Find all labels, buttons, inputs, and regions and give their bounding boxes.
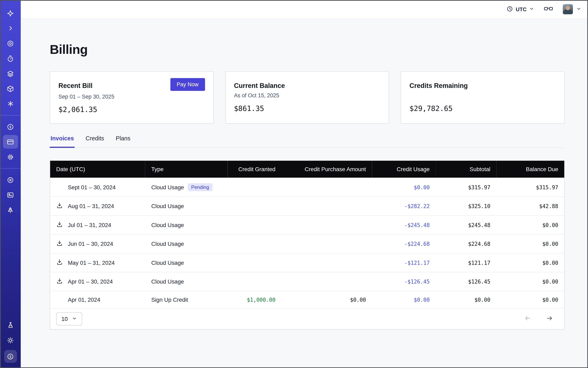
sidebar-item-usage[interactable]: $ <box>3 119 18 134</box>
invoices-table: Date (UTC) Type Credit Granted Credit Pu… <box>50 160 565 330</box>
credit-purchase <box>281 178 372 197</box>
column-header-subtotal: Subtotal <box>436 161 497 178</box>
dollar-circle-icon: $ <box>7 123 14 130</box>
chevron-down-icon <box>72 316 77 322</box>
balance-due: $0.00 <box>497 216 564 234</box>
credit-granted <box>227 197 281 215</box>
arrow-right-icon <box>545 316 554 322</box>
sidebar-item-settings[interactable] <box>3 149 18 165</box>
main-content: Billing Recent Bill Pay Now Sep 01 – Sep… <box>21 19 588 368</box>
subtotal: $0.00 <box>436 291 497 308</box>
download-invoice-button[interactable] <box>56 240 63 248</box>
credit-purchase <box>281 272 372 291</box>
cube-icon <box>7 85 14 92</box>
balance-due: $315.97 <box>497 178 564 197</box>
sidebar-item-asterisk[interactable] <box>3 96 18 111</box>
user-menu[interactable] <box>563 4 581 14</box>
recent-bill-card: Recent Bill Pay Now Sep 01 – Sep 30, 202… <box>50 71 214 124</box>
current-balance-card: Current Balance As of Oct 15, 2025 $861.… <box>225 71 389 124</box>
sidebar-item-launch[interactable] <box>3 202 18 218</box>
gear-icon <box>7 153 14 161</box>
reader-mode-button[interactable] <box>544 6 553 13</box>
credit-granted <box>227 234 281 253</box>
tab-plans[interactable]: Plans <box>115 135 131 147</box>
table-row: Jun 01 – 30, 2024 Cloud Usage -$224.68 $… <box>50 234 564 253</box>
sidebar-item-billing[interactable] <box>3 135 18 149</box>
invoice-date: Jun 01 – 30, 2024 <box>68 240 113 247</box>
card-subtitle: As of Oct 15, 2025 <box>234 92 380 99</box>
credit-granted <box>227 178 281 197</box>
balance-due: $0.00 <box>497 253 564 272</box>
table-footer: 10 <box>50 308 564 329</box>
asterisk-icon <box>7 100 14 107</box>
sidebar-item-theme[interactable] <box>3 333 18 348</box>
download-invoice-button[interactable] <box>56 221 63 229</box>
invoice-type: Cloud Usage <box>151 259 184 266</box>
sidebar-divider <box>0 168 21 169</box>
svg-text:$: $ <box>9 354 11 359</box>
page-title: Billing <box>50 42 565 57</box>
credit-purchase <box>281 234 372 253</box>
table-row: Sept 01 – 30, 2024 Cloud UsagePending $0… <box>50 178 564 197</box>
credit-usage: -$282.22 <box>372 197 436 215</box>
card-title: Recent Bill <box>59 78 92 90</box>
sidebar-item-console[interactable] <box>3 187 18 202</box>
download-invoice-button[interactable] <box>56 278 63 285</box>
download-invoice-button[interactable] <box>56 202 63 210</box>
card-subtitle: Sep 01 – Sep 30, 2025 <box>59 93 205 100</box>
invoice-date: Apr 01 – 30, 2024 <box>68 278 113 285</box>
download-invoice-button[interactable] <box>56 259 63 267</box>
column-header-type: Type <box>145 161 227 178</box>
status-badge: Pending <box>188 183 212 191</box>
sidebar-item-labs[interactable] <box>3 318 18 333</box>
credit-usage: -$224.68 <box>372 234 436 253</box>
invoice-type: Sign Up Credit <box>151 296 188 303</box>
next-page-button[interactable] <box>545 315 554 323</box>
chevron-down-icon <box>529 6 534 12</box>
table-row: Apr 01 – 30, 2024 Cloud Usage -$126.45 $… <box>50 272 564 291</box>
page-size-select[interactable]: 10 <box>56 312 82 326</box>
table-row: Jul 01 – 31, 2024 Cloud Usage -$245.48 $… <box>50 216 564 234</box>
sidebar-item-support[interactable] <box>3 172 18 187</box>
invoice-date: Apr 01, 2024 <box>68 296 100 303</box>
column-header-credit-usage: Credit Usage <box>372 161 436 178</box>
sidebar-item-stopwatch[interactable] <box>3 51 18 66</box>
credit-granted <box>227 216 281 234</box>
glasses-icon <box>544 6 553 13</box>
sidebar-item-credits[interactable]: $ <box>4 350 17 363</box>
invoice-type: Cloud Usage <box>151 222 184 228</box>
card-title: Credits Remaining <box>409 78 468 90</box>
image-monitor-icon <box>7 191 14 199</box>
sidebar-item-layers[interactable] <box>3 66 18 81</box>
sidebar-logo[interactable] <box>3 6 18 21</box>
previous-page-button[interactable] <box>524 315 532 323</box>
credit-purchase <box>281 216 372 234</box>
credit-purchase <box>281 253 372 272</box>
sidebar-collapse-button[interactable] <box>3 21 18 36</box>
balance-due: $0.00 <box>497 234 564 253</box>
sidebar-divider <box>0 115 21 115</box>
sidebar-item-cube[interactable] <box>3 81 18 96</box>
page-size-value: 10 <box>61 316 68 322</box>
table-row: May 01 – 31, 2024 Cloud Usage -$121.17 $… <box>50 253 564 272</box>
credit-usage: -$121.17 <box>372 253 436 272</box>
card-subtitle <box>409 92 556 99</box>
tab-credits[interactable]: Credits <box>85 135 105 147</box>
balance-due: $42.88 <box>497 197 564 215</box>
credits-remaining-card: Credits Remaining $29,782.65 <box>401 71 565 124</box>
timezone-selector[interactable]: UTC <box>507 6 534 13</box>
svg-text:$: $ <box>9 125 11 129</box>
invoice-date: Aug 01 – 31, 2024 <box>68 203 114 209</box>
invoice-type: Cloud Usage <box>151 278 184 285</box>
topbar: UTC <box>21 0 588 19</box>
target-icon <box>7 40 14 47</box>
sidebar-item-target[interactable] <box>3 36 18 51</box>
card-amount: $2,061.35 <box>59 105 205 114</box>
card-title: Current Balance <box>234 78 285 90</box>
credit-purchase: $0.00 <box>281 291 372 308</box>
circle-x-icon <box>7 176 14 183</box>
column-header-credit-granted: Credit Granted <box>227 161 281 178</box>
tab-invoices[interactable]: Invoices <box>50 135 75 148</box>
pay-now-button[interactable]: Pay Now <box>170 78 205 91</box>
download-icon <box>56 202 63 210</box>
